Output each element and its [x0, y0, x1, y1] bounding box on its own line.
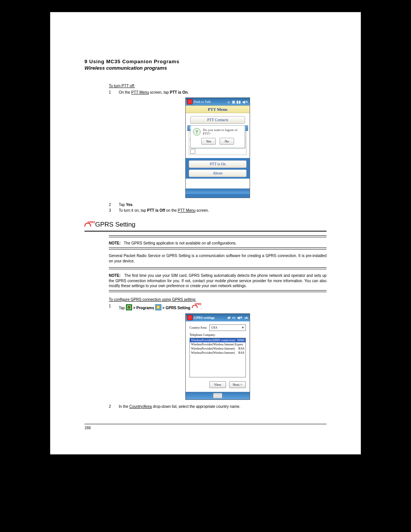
no-button[interactable]: No: [220, 138, 234, 145]
page-sheet: 9 Using MC35 Companion Programs Wireless…: [50, 12, 361, 454]
list-item[interactable]: WirelessProvider(MMS connection)MMS: [190, 338, 245, 342]
step-number: 1: [109, 90, 119, 94]
company-label: Telephone Company:: [190, 333, 246, 337]
about-button[interactable]: About: [189, 169, 247, 177]
ptt-menu-header: PTT Menu: [186, 105, 250, 113]
app-title: Push to Talk: [194, 100, 211, 104]
connectivity-icon: ⇄: [228, 316, 231, 320]
device-footer: [186, 189, 250, 194]
view-button[interactable]: View: [209, 381, 226, 388]
step-2: 2 Tap Yes.: [109, 203, 327, 207]
device-titlebar: Push to Talk ☺ ▣ ▮▮ ◀✕: [186, 98, 250, 105]
step-text: To turn it on, tap PTT is Off on the PTT…: [119, 208, 209, 212]
text: Tap: [119, 306, 126, 310]
step-text: Tap > Programs > GPRS Setting .: [119, 304, 202, 310]
step-number: 3: [109, 208, 119, 212]
app-title: GPRS settings: [194, 316, 215, 320]
list-item[interactable]: WirelessProvider(Wireless Internet)RAS: [190, 347, 245, 351]
country-area-link: Country/Area: [129, 404, 152, 409]
yes-button[interactable]: Yes: [201, 138, 216, 145]
text: Tap: [119, 203, 126, 207]
chevron-down-icon: ▼: [241, 326, 244, 329]
ptt-is-on-button[interactable]: PTT is On: [189, 160, 247, 168]
dialog-buttons: Yes No: [193, 138, 242, 145]
country-select[interactable]: USA ▼: [209, 324, 246, 331]
figure-gprs-device: GPRS settings ⇄ ▭ ◀✕ ok Country/Area: US…: [109, 313, 327, 400]
company-list[interactable]: WirelessProvider(MMS connection)MMSWirel…: [190, 338, 246, 377]
keyboard-icon[interactable]: [213, 393, 222, 398]
gprs-heading-row: GPRS Setting: [84, 221, 327, 228]
gprs-icon: [84, 222, 93, 227]
folder-icon: ▭: [232, 316, 236, 320]
next-button[interactable]: Next >: [229, 381, 246, 388]
footer-rule: [84, 424, 327, 424]
note-rule-top: [109, 235, 327, 237]
device-titlebar: GPRS settings ⇄ ▭ ◀✕ ok: [186, 314, 250, 321]
text: drop-down list, select the appropriate c…: [152, 404, 241, 409]
gprs-icon: [192, 304, 199, 309]
country-value: USA: [211, 326, 217, 329]
gprs-step-2: 2 In the Country/Area drop-down list, se…: [109, 404, 327, 409]
dialog-text: Do you want to logout of PTT?: [203, 128, 242, 136]
step-number: 2: [109, 404, 119, 409]
text-bold: > GPRS Setting: [162, 306, 191, 310]
page-number: 166: [84, 426, 327, 430]
dialog-message-row: ? Do you want to logout of PTT?: [193, 128, 242, 136]
text: on the: [165, 208, 178, 212]
device-blank: [186, 179, 250, 189]
programs-icon: [155, 304, 161, 310]
list-item[interactable]: WirelessProvider(Wireless Internet)RAS: [190, 351, 245, 355]
text: screen.: [196, 208, 209, 212]
ptt-menu-link: PTT Menu: [178, 208, 196, 212]
proc-title-ptt-off: To turn PTT off:: [109, 84, 327, 88]
body-column: To turn PTT off: 1 On the PTT Menu scree…: [109, 84, 327, 409]
figure-ptt-device: Push to Talk ☺ ▣ ▮▮ ◀✕ PTT Menu PTT Cont…: [109, 97, 327, 198]
titlebar-right: ☺ ▣ ▮▮ ◀✕: [227, 100, 248, 104]
ptt-menu-link: PTT Menu: [131, 90, 149, 94]
country-label: Country/Area:: [190, 326, 207, 329]
ptt-body: PTT Contacts PTT Service ? Do you want t…: [186, 113, 250, 158]
ptt-contacts-button[interactable]: PTT Contacts: [190, 116, 245, 124]
titlebar-left: Push to Talk: [187, 99, 211, 104]
question-icon: ?: [193, 128, 201, 136]
text: .: [201, 306, 202, 310]
step-text: Tap Yes.: [119, 203, 134, 207]
note-label: NOTE:: [109, 241, 121, 245]
start-icon: [126, 304, 132, 310]
text: screen, tap: [149, 90, 170, 94]
note-rule-bottom: [109, 248, 327, 249]
text: .: [188, 90, 189, 94]
country-row: Country/Area: USA ▼: [190, 324, 246, 331]
heading-rule: [84, 231, 327, 232]
device-frame: Push to Talk ☺ ▣ ▮▮ ◀✕ PTT Menu PTT Cont…: [185, 97, 250, 198]
device-softkey-bar: [186, 392, 250, 399]
step-3: 3 To turn it on, tap PTT is Off on the P…: [109, 208, 327, 212]
speaker-icon: ◀✕: [242, 100, 248, 104]
list-item[interactable]: WirelessProvider(Wireless Internet Expre…: [190, 342, 245, 347]
ok-button[interactable]: ok: [244, 316, 248, 320]
gprs-intro-para: General Packet Radio Service or GPRS Set…: [109, 253, 327, 264]
text-bold: PTT is On: [170, 90, 188, 94]
note-text: The first time you use your SIM card, GP…: [109, 273, 327, 288]
device-body: Country/Area: USA ▼ Telephone Company: W…: [186, 321, 250, 392]
note2-rule-bottom: [109, 290, 327, 292]
signal-icon: ▮▮: [236, 100, 241, 104]
checkbox-icon[interactable]: [190, 149, 195, 154]
step-number: 1: [109, 304, 119, 310]
logout-dialog: ? Do you want to logout of PTT? Yes No: [190, 125, 245, 148]
speaker-icon: ◀✕: [237, 316, 243, 320]
note-label: NOTE:: [109, 273, 121, 278]
text: To turn it on, tap: [119, 208, 147, 212]
smiley-icon: ☺: [227, 100, 231, 104]
windows-flag-icon[interactable]: [187, 99, 193, 104]
step-text: On the PTT Menu screen, tap PTT is On.: [119, 90, 189, 94]
text-bold: PTT is Off: [147, 208, 165, 212]
gprs-heading: GPRS Setting: [95, 221, 135, 228]
note-2: NOTE: The first time you use your SIM ca…: [109, 273, 327, 289]
text-bold: > Programs: [133, 306, 155, 310]
windows-flag-icon[interactable]: [187, 315, 193, 320]
check-row[interactable]: [189, 148, 247, 155]
titlebar-left: GPRS settings: [187, 315, 215, 320]
step-1: 1 On the PTT Menu screen, tap PTT is On.: [109, 90, 327, 94]
step-number: 2: [109, 203, 119, 207]
